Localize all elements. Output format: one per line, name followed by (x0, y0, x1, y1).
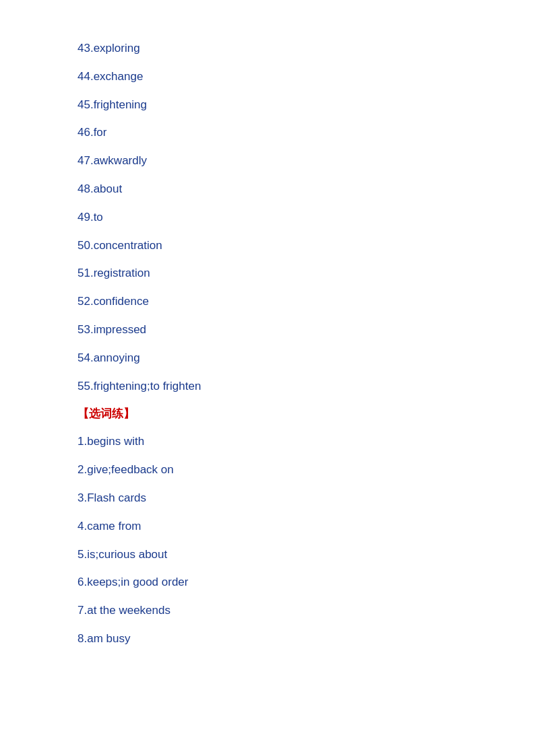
list-item: 6.keeps;in good order (77, 574, 458, 590)
list-item: 46.for (77, 125, 458, 141)
phrase-list: 1.begins with2.give;feedback on3.Flash c… (77, 434, 458, 646)
list-item: 54.annoying (77, 350, 458, 366)
list-item: 7.at the weekends (77, 603, 458, 619)
list-item: 47.awkwardly (77, 153, 458, 169)
list-item: 4.came from (77, 518, 458, 535)
list-item: 50.concentration (77, 238, 458, 254)
list-item: 48.about (77, 181, 458, 197)
list-item: 51.registration (77, 265, 458, 281)
list-item: 43.exploring (77, 40, 458, 57)
list-item: 53.impressed (77, 322, 458, 338)
list-item: 2.give;feedback on (77, 462, 458, 478)
list-item: 8.am busy (77, 631, 458, 647)
list-item: 3.Flash cards (77, 490, 458, 506)
section-header: 【选词练】 (77, 406, 458, 421)
list-item: 1.begins with (77, 434, 458, 450)
list-item: 45.frightening (77, 97, 458, 113)
list-item: 55.frightening;to frighten (77, 378, 458, 394)
list-item: 49.to (77, 209, 458, 226)
list-item: 5.is;curious about (77, 547, 458, 563)
list-item: 52.confidence (77, 294, 458, 310)
vocabulary-list: 43.exploring44.exchange45.frightening46.… (77, 40, 458, 394)
list-item: 44.exchange (77, 69, 458, 85)
